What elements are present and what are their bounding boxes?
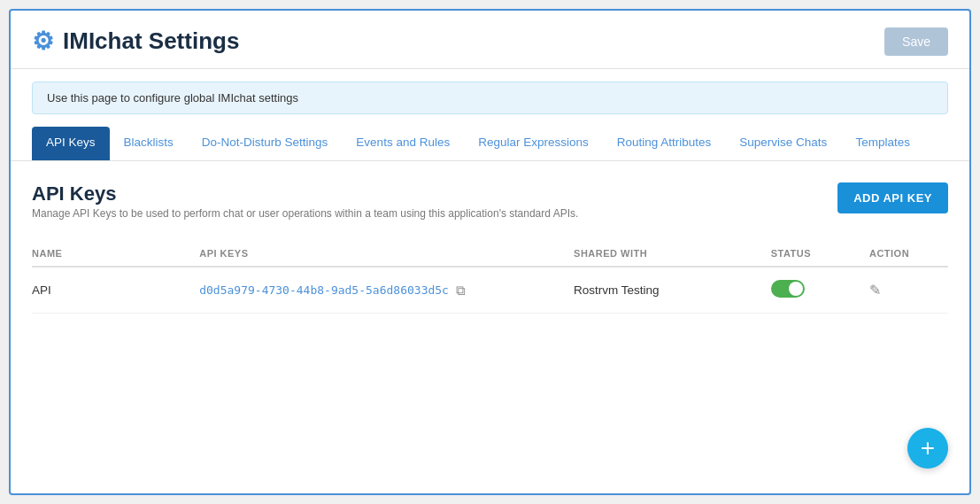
table-row: API d0d5a979-4730-44b8-9ad5-5a6d86033d5c…: [32, 267, 948, 314]
header: ⚙ IMIchat Settings Save: [11, 11, 969, 69]
fab-add-button[interactable]: +: [907, 428, 948, 469]
settings-window: ⚙ IMIchat Settings Save Use this page to…: [9, 9, 971, 495]
tab-api-keys[interactable]: API Keys: [32, 127, 110, 160]
tabs-container: API Keys Blacklists Do-Not-Disturb Setti…: [11, 127, 969, 161]
section-title: API Keys: [32, 182, 578, 205]
col-header-status: STATUS: [771, 241, 869, 267]
content-area: API Keys Manage API Keys to be used to p…: [11, 161, 969, 335]
table-header-row: NAME API KEYS SHARED WITH STATUS ACTION: [32, 241, 948, 267]
info-banner: Use this page to configure global IMIcha…: [32, 81, 948, 114]
add-api-key-button[interactable]: ADD API KEY: [837, 182, 948, 213]
cell-shared-with: Rostrvm Testing: [574, 267, 771, 314]
save-button[interactable]: Save: [884, 27, 948, 56]
tab-do-not-disturb[interactable]: Do-Not-Disturb Settings: [188, 127, 343, 160]
title-text: IMIchat Settings: [63, 27, 239, 55]
cell-action: ✎: [869, 267, 948, 314]
section-header: API Keys Manage API Keys to be used to p…: [32, 182, 948, 234]
edit-icon[interactable]: ✎: [869, 283, 881, 298]
status-toggle[interactable]: [771, 280, 805, 298]
api-key-text: d0d5a979-4730-44b8-9ad5-5a6d86033d5c: [199, 283, 449, 297]
cell-status: [771, 267, 869, 314]
info-text: Use this page to configure global IMIcha…: [47, 91, 298, 105]
copy-icon[interactable]: ⧉: [456, 283, 466, 299]
tab-routing-attributes[interactable]: Routing Attributes: [603, 127, 726, 160]
cell-api-key: d0d5a979-4730-44b8-9ad5-5a6d86033d5c ⧉: [199, 267, 574, 314]
api-key-value-group: d0d5a979-4730-44b8-9ad5-5a6d86033d5c ⧉: [199, 283, 563, 299]
tab-events-rules[interactable]: Events and Rules: [342, 127, 464, 160]
gear-icon: ⚙: [32, 27, 54, 56]
api-keys-table: NAME API KEYS SHARED WITH STATUS ACTION …: [32, 241, 948, 314]
section-description: Manage API Keys to be used to perform ch…: [32, 207, 578, 220]
section-title-group: API Keys Manage API Keys to be used to p…: [32, 182, 578, 234]
col-header-api-keys: API KEYS: [199, 241, 574, 267]
tab-blacklists[interactable]: Blacklists: [110, 127, 188, 160]
fab-plus-icon: +: [921, 436, 935, 461]
cell-name: API: [32, 267, 199, 314]
page-title: ⚙ IMIchat Settings: [32, 27, 239, 56]
col-header-name: NAME: [32, 241, 199, 267]
tab-templates[interactable]: Templates: [841, 127, 924, 160]
col-header-shared: SHARED WITH: [574, 241, 771, 267]
tab-regular-expressions[interactable]: Regular Expressions: [464, 127, 603, 160]
col-header-action: ACTION: [869, 241, 948, 267]
tab-supervise-chats[interactable]: Supervise Chats: [725, 127, 841, 160]
